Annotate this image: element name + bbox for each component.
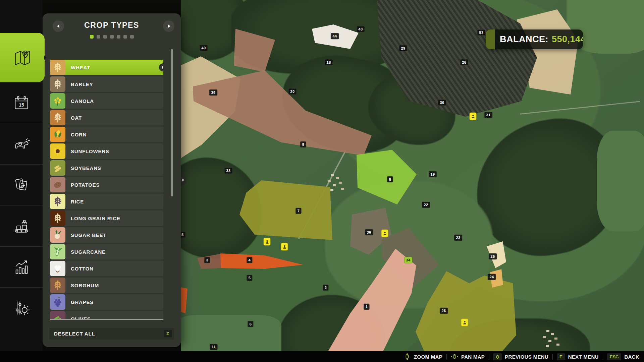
- crop-label: RICE: [71, 199, 84, 204]
- crop-row-sugarcane[interactable]: SUGARCANE: [50, 244, 163, 259]
- field-number-badge: 34: [404, 257, 413, 263]
- separator: [489, 354, 489, 360]
- crop-label: CORN: [71, 132, 87, 137]
- hotkey-hint-pan-map[interactable]: PAN MAP: [451, 353, 485, 360]
- separator: [446, 354, 447, 360]
- oat-icon: [50, 110, 65, 125]
- field-number-badge: 28: [460, 59, 469, 66]
- sidebar-item-calendar[interactable]: 15: [0, 82, 43, 123]
- crop-label: SUNFLOWERS: [71, 148, 109, 154]
- key-badge-e: E: [557, 353, 565, 360]
- sugar-beet-icon: [50, 227, 65, 243]
- crop-row-canola[interactable]: CANOLA: [50, 93, 163, 109]
- page-indicator-dots: [43, 35, 181, 39]
- satellite-map[interactable]: 4044431829283031203993881922237363425242…: [181, 0, 644, 362]
- sidebar-item-animals[interactable]: [0, 123, 43, 164]
- crop-label: POTATOES: [71, 182, 100, 188]
- crop-row-oat[interactable]: OAT: [50, 110, 163, 125]
- field-number-badge: 5: [247, 275, 253, 281]
- sorghum-icon: [50, 278, 65, 293]
- hotkey-label: PAN MAP: [461, 354, 485, 360]
- hotkey-hint-next-menu[interactable]: ENEXT MENU: [557, 353, 599, 360]
- cow-icon: [12, 134, 31, 153]
- page-next-button[interactable]: [163, 20, 174, 32]
- crop-row-potatoes[interactable]: POTATOES: [50, 177, 163, 192]
- crop-row-rice[interactable]: RICE: [50, 194, 163, 209]
- mouse-zoom-icon: [404, 353, 411, 360]
- field-number-badge: 45: [181, 232, 185, 238]
- page-dot-3[interactable]: [110, 35, 114, 39]
- field-number-badge: 36: [365, 229, 373, 236]
- crop-label: WHEAT: [71, 65, 90, 70]
- crop-types-panel: CROP TYPES WHEATBARLEYCANOLAOATCORNSUNFL…: [43, 13, 181, 347]
- crop-row-barley[interactable]: BARLEY: [50, 76, 163, 92]
- crop-list-scrollbar[interactable]: [171, 49, 173, 196]
- crop-label: SOYBEANS: [71, 165, 101, 171]
- mouse-pan-icon: [451, 353, 458, 360]
- map-icon: [12, 48, 33, 68]
- sidebar-item-map[interactable]: [0, 33, 45, 82]
- crop-row-long-grain-rice[interactable]: LONG GRAIN RICE: [50, 210, 163, 226]
- crop-label: BARLEY: [71, 81, 93, 87]
- crop-label: GRAPES: [71, 299, 94, 305]
- soybeans-icon: [50, 160, 65, 176]
- sugarcane-icon: [50, 244, 65, 259]
- crop-row-soybeans[interactable]: SOYBEANS: [50, 160, 163, 176]
- village-buildings: [331, 174, 334, 176]
- field-number-badge: 6: [248, 321, 254, 327]
- page-dot-4[interactable]: [117, 35, 120, 39]
- hotkey-label: NEXT MENU: [568, 354, 599, 360]
- field-number-badge: 39: [209, 89, 218, 96]
- field-number-badge: 38: [224, 168, 233, 174]
- panel-title: CROP TYPES: [43, 21, 181, 30]
- key-badge-esc: ESC: [607, 353, 622, 360]
- crop-row-olives[interactable]: OLIVES: [50, 311, 163, 320]
- page-dot-1[interactable]: [97, 35, 100, 39]
- crop-row-wheat[interactable]: WHEAT: [50, 60, 163, 75]
- barley-icon: [50, 76, 65, 92]
- field-number-badge: 1: [364, 304, 370, 310]
- page-dot-2[interactable]: [103, 35, 107, 39]
- olives-icon: [50, 311, 65, 320]
- hotkey-hint-zoom-map[interactable]: ZOOM MAP: [404, 353, 442, 360]
- grapes-icon: [50, 294, 65, 310]
- panel-header: CROP TYPES: [43, 13, 181, 47]
- sidebar-item-contracts[interactable]: [0, 164, 43, 205]
- sidebar-item-settings[interactable]: [0, 287, 43, 328]
- production-icon: [12, 217, 31, 235]
- hotkey-hint-previous-menu[interactable]: QPREVIOUS MENU: [493, 353, 548, 360]
- crop-label: LONG GRAIN RICE: [71, 216, 120, 221]
- main-menu-sidebar: 15: [0, 0, 43, 362]
- bottom-hotkey-bar: ZOOM MAPPAN MAPQPREVIOUS MENUENEXT MENUE…: [0, 351, 644, 362]
- hotkey-hint-back[interactable]: ESCBACK: [607, 353, 639, 360]
- hotkey-z-badge: Z: [164, 330, 172, 337]
- field-number-badge: 7: [296, 208, 302, 214]
- crop-row-corn[interactable]: CORN: [50, 127, 163, 142]
- crop-label: OAT: [71, 115, 82, 121]
- separator: [603, 354, 603, 360]
- crop-row-sugar-beet[interactable]: SUGAR BEET: [50, 227, 163, 243]
- crop-row-grapes[interactable]: GRAPES: [50, 294, 163, 310]
- corn-icon: [50, 127, 65, 142]
- field-number-badge: 44: [331, 33, 339, 40]
- map-person-marker-icon: [381, 230, 388, 237]
- page-dot-0[interactable]: [90, 35, 94, 39]
- page-dot-6[interactable]: [130, 35, 134, 39]
- settings-icon: [12, 299, 31, 317]
- contracts-icon: [12, 176, 31, 194]
- crop-row-sunflowers[interactable]: SUNFLOWERS: [50, 143, 163, 159]
- chevron-right-icon: [182, 178, 184, 182]
- crop-label: COTTON: [71, 266, 94, 272]
- balance-value: 550,144 €: [552, 34, 583, 44]
- crop-row-sorghum[interactable]: SORGHUM: [50, 278, 163, 293]
- crop-row-cotton[interactable]: COTTON: [50, 261, 163, 276]
- svg-text:15: 15: [19, 102, 24, 107]
- field-number-badge: 43: [357, 26, 365, 33]
- deselect-all-button[interactable]: DESELECT ALL Z: [49, 328, 174, 340]
- field-number-badge: 30: [438, 100, 446, 106]
- crop-label: OLIVES: [71, 316, 91, 320]
- page-dot-5[interactable]: [123, 35, 127, 39]
- sidebar-item-statistics[interactable]: [0, 246, 43, 287]
- sidebar-item-production[interactable]: [0, 205, 43, 246]
- field-number-badge: 26: [440, 308, 448, 314]
